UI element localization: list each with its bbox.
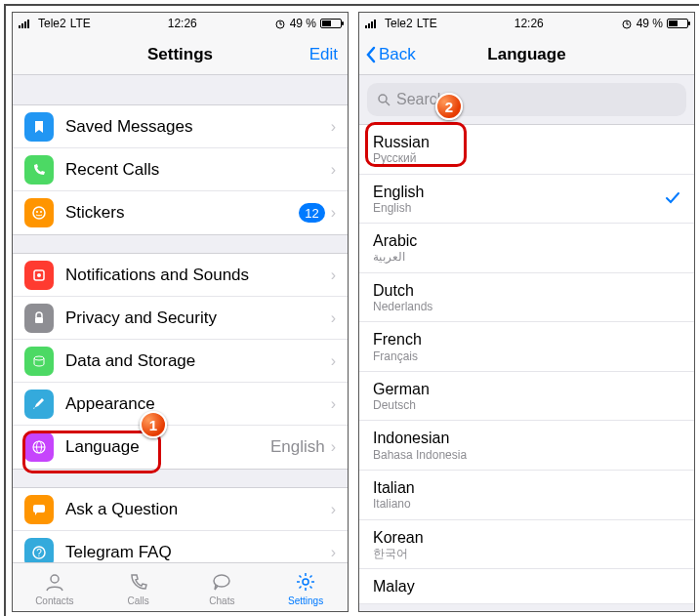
carrier-label: Tele2 bbox=[385, 17, 413, 30]
clock-label: 12:26 bbox=[168, 17, 197, 30]
cell-ask-question[interactable]: Ask a Question › bbox=[13, 488, 348, 531]
cell-notifications[interactable]: Notifications and Sounds › bbox=[13, 254, 348, 297]
globe-icon bbox=[24, 432, 54, 462]
navbar-settings: Settings Edit bbox=[13, 34, 348, 75]
brush-icon bbox=[24, 390, 54, 419]
chats-icon bbox=[209, 569, 234, 595]
cell-language[interactable]: Language English › bbox=[13, 426, 348, 469]
language-name: Arabic bbox=[373, 231, 680, 250]
calls-icon bbox=[126, 569, 151, 595]
search-icon bbox=[377, 93, 391, 106]
alarm-icon bbox=[621, 18, 633, 29]
svg-rect-25 bbox=[371, 21, 373, 28]
language-row[interactable]: IndonesianBahasa Indonesia bbox=[359, 421, 694, 471]
chevron-right-icon: › bbox=[331, 438, 336, 456]
language-name: Korean bbox=[373, 528, 680, 547]
language-row[interactable]: Arabicالعربية bbox=[359, 224, 694, 273]
cell-label: Ask a Question bbox=[65, 500, 331, 519]
back-label: Back bbox=[379, 45, 416, 64]
page-title: Settings bbox=[147, 45, 213, 64]
network-label: LTE bbox=[417, 17, 437, 30]
svg-point-11 bbox=[37, 273, 41, 277]
svg-rect-26 bbox=[374, 20, 376, 28]
cell-data-storage[interactable]: Data and Storage › bbox=[13, 340, 348, 383]
cell-appearance[interactable]: Appearance › bbox=[13, 383, 348, 426]
tab-contacts[interactable]: Contacts bbox=[13, 563, 97, 611]
database-icon bbox=[24, 347, 54, 376]
statusbar: Tele2 LTE 12:26 49 % bbox=[359, 13, 694, 34]
svg-rect-1 bbox=[21, 23, 23, 28]
language-row[interactable]: RussianРусский bbox=[359, 125, 694, 175]
cell-label: Recent Calls bbox=[65, 160, 331, 180]
chevron-right-icon: › bbox=[331, 501, 336, 518]
language-native: Italiano bbox=[373, 497, 680, 511]
cell-recent-calls[interactable]: Recent Calls › bbox=[13, 148, 348, 191]
language-name: Italian bbox=[373, 478, 680, 497]
battery-icon bbox=[667, 19, 688, 28]
tab-label: Settings bbox=[288, 595, 323, 606]
tab-calls[interactable]: Calls bbox=[97, 563, 181, 611]
tab-chats[interactable]: Chats bbox=[181, 563, 265, 611]
svg-rect-0 bbox=[19, 25, 21, 28]
search-input[interactable]: Search bbox=[367, 83, 686, 116]
language-native: Français bbox=[373, 349, 680, 363]
cell-value: English bbox=[270, 437, 325, 457]
chat-icon bbox=[24, 495, 54, 524]
settings-scroll[interactable]: Saved Messages › Recent Calls › Stickers… bbox=[13, 75, 348, 562]
language-native: English bbox=[373, 201, 665, 215]
tab-label: Calls bbox=[128, 595, 149, 606]
cell-label: Notifications and Sounds bbox=[65, 266, 331, 285]
svg-rect-24 bbox=[368, 23, 370, 28]
phone-icon bbox=[24, 155, 54, 185]
cell-label: Language bbox=[65, 437, 270, 457]
network-label: LTE bbox=[70, 17, 91, 30]
cell-label: Stickers bbox=[65, 203, 299, 223]
chevron-right-icon: › bbox=[331, 118, 336, 136]
language-name: German bbox=[373, 380, 680, 398]
cell-telegram-faq[interactable]: ? Telegram FAQ › bbox=[13, 531, 348, 562]
cell-privacy[interactable]: Privacy and Security › bbox=[13, 297, 348, 340]
statusbar: Tele2 LTE 12:26 49 % bbox=[13, 13, 348, 34]
bell-icon bbox=[24, 261, 54, 290]
cell-label: Telegram FAQ bbox=[65, 543, 331, 562]
language-row[interactable]: Korean한국어 bbox=[359, 520, 694, 570]
language-scroll[interactable]: Search RussianРусскийEnglishEnglishArabi… bbox=[359, 75, 694, 611]
badge-count: 12 bbox=[299, 203, 324, 223]
language-row[interactable]: GermanDeutsch bbox=[359, 372, 694, 422]
tab-settings[interactable]: Settings bbox=[264, 563, 348, 611]
language-name: Dutch bbox=[373, 281, 680, 300]
language-row[interactable]: ItalianItaliano bbox=[359, 471, 694, 520]
cell-label: Appearance bbox=[65, 394, 331, 414]
chevron-right-icon: › bbox=[331, 395, 336, 413]
cell-label: Privacy and Security bbox=[65, 308, 331, 328]
language-native: Deutsch bbox=[373, 398, 680, 412]
svg-point-8 bbox=[36, 211, 38, 213]
language-row[interactable]: EnglishEnglish bbox=[359, 175, 694, 225]
chevron-right-icon: › bbox=[331, 352, 336, 370]
edit-button[interactable]: Edit bbox=[309, 45, 338, 64]
chevron-right-icon: › bbox=[331, 161, 336, 179]
language-name: Malay bbox=[373, 577, 680, 595]
svg-rect-17 bbox=[33, 505, 45, 513]
search-placeholder: Search bbox=[396, 91, 446, 108]
cell-stickers[interactable]: Stickers 12 › bbox=[13, 191, 348, 234]
language-row[interactable]: DutchNederlands bbox=[359, 273, 694, 323]
battery-pct-label: 49 % bbox=[637, 17, 663, 30]
svg-rect-23 bbox=[365, 25, 367, 28]
back-button[interactable]: Back bbox=[365, 45, 416, 64]
tab-label: Contacts bbox=[35, 595, 73, 606]
check-icon bbox=[665, 190, 680, 206]
language-row[interactable]: Malay bbox=[359, 569, 694, 604]
cell-label: Saved Messages bbox=[65, 117, 331, 137]
bookmark-icon bbox=[24, 112, 54, 142]
cell-signal-icon bbox=[19, 19, 34, 28]
language-name: English bbox=[373, 183, 665, 201]
chevron-right-icon: › bbox=[331, 204, 336, 222]
tabbar: Contacts Calls Chats Settings bbox=[13, 562, 348, 611]
svg-line-31 bbox=[386, 102, 390, 105]
language-row[interactable]: FrenchFrançais bbox=[359, 322, 694, 372]
cell-saved-messages[interactable]: Saved Messages › bbox=[13, 105, 348, 148]
svg-point-9 bbox=[40, 211, 42, 213]
svg-point-7 bbox=[33, 207, 45, 219]
chevron-right-icon: › bbox=[331, 544, 336, 561]
